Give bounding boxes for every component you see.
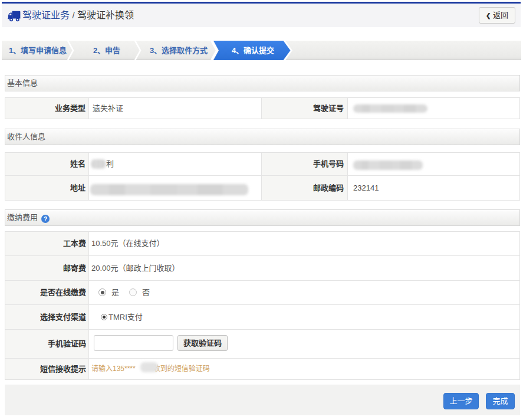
svg-text:1、填写申请信息: 1、填写申请信息 — [9, 46, 67, 55]
svg-text:2、申告: 2、申告 — [93, 46, 120, 55]
svg-text:4、确认提交: 4、确认提交 — [232, 46, 274, 55]
svg-text:?: ? — [44, 216, 47, 222]
svg-text:3、选择取件方式: 3、选择取件方式 — [150, 46, 208, 55]
